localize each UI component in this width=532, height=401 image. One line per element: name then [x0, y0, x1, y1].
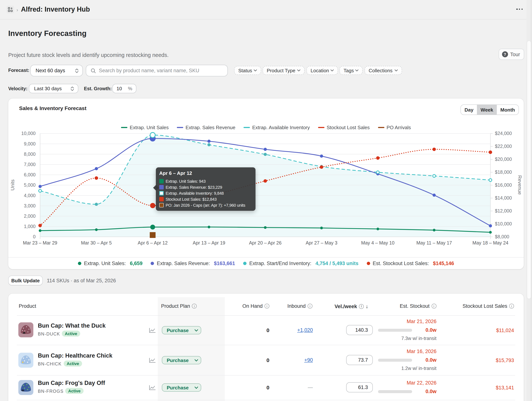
svg-text:$10,000: $10,000 — [495, 221, 512, 226]
svg-text:Revenue: Revenue — [517, 175, 523, 195]
svg-text:2,000: 2,000 — [24, 213, 36, 219]
svg-text:$18,000: $18,000 — [495, 169, 512, 175]
svg-text:$12,000: $12,000 — [495, 208, 512, 213]
svg-text:May 11 – May 17: May 11 – May 17 — [416, 240, 452, 245]
svg-text:$20,000: $20,000 — [495, 157, 512, 162]
svg-text:$22,000: $22,000 — [495, 144, 512, 149]
svg-text:10,000: 10,000 — [21, 131, 36, 136]
svg-text:Apr 20 – Apr 26: Apr 20 – Apr 26 — [249, 240, 282, 245]
svg-text:Mar 23 – Mar 29: Mar 23 – Mar 29 — [23, 240, 57, 245]
svg-text:$16,000: $16,000 — [495, 182, 512, 188]
svg-text:$8,000: $8,000 — [495, 234, 509, 239]
svg-text:May 4 – May 10: May 4 – May 10 — [361, 240, 394, 245]
svg-text:Apr 13 – Apr 19: Apr 13 – Apr 19 — [193, 240, 225, 245]
svg-text:8,000: 8,000 — [24, 151, 36, 157]
svg-text:Apr 6 – Apr 12: Apr 6 – Apr 12 — [138, 240, 168, 245]
svg-text:$14,000: $14,000 — [495, 195, 512, 200]
svg-text:6,000: 6,000 — [24, 172, 36, 177]
svg-text:7,000: 7,000 — [24, 162, 36, 167]
svg-text:9,000: 9,000 — [24, 141, 36, 146]
svg-text:1,000: 1,000 — [24, 224, 36, 229]
svg-text:Units: Units — [10, 179, 15, 190]
svg-text:3,000: 3,000 — [24, 203, 36, 208]
svg-text:Mar 30 – Apr 5: Mar 30 – Apr 5 — [81, 240, 112, 245]
svg-text:May 18 – May 24: May 18 – May 24 — [472, 240, 508, 245]
svg-text:5,000: 5,000 — [24, 182, 36, 188]
svg-text:0: 0 — [33, 234, 36, 239]
svg-text:Apr 27 – May 3: Apr 27 – May 3 — [306, 240, 338, 245]
svg-text:$24,000: $24,000 — [495, 131, 512, 136]
svg-text:4,000: 4,000 — [24, 193, 36, 198]
